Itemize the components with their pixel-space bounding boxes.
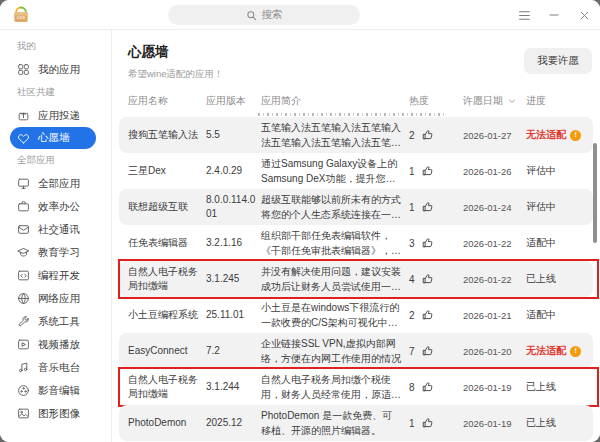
thumbs-up-icon[interactable] bbox=[422, 237, 434, 249]
app-name-cell: 任免表编辑器 bbox=[128, 236, 206, 251]
progress-status-text: 评估中 bbox=[526, 164, 556, 178]
wish-table-row[interactable]: 搜狗五笔输入法5.5五笔输入法五笔输入法五笔输入法五笔输入法五笔输入法五笔输入法… bbox=[119, 117, 593, 153]
heart-icon bbox=[17, 132, 30, 145]
menu-icon[interactable] bbox=[517, 8, 531, 22]
wish-table-row[interactable]: 自然人电子税务局扣缴端3.1.244自然人电子税务局扣缴个税使用，财务人员经常使… bbox=[119, 369, 593, 405]
graduation-cap-icon bbox=[17, 246, 30, 259]
wish-table-row[interactable]: 小土豆编程系统25.11.01小土豆是在windows下很流行的一款收费的C/S… bbox=[119, 297, 593, 333]
sidebar-item[interactable]: 我的应用 bbox=[10, 58, 96, 81]
heat-count: 1 bbox=[409, 202, 415, 213]
app-desc-cell: 组织部干部任免表编辑软件，《干部任免审批表编辑器》，UOS可以安… bbox=[261, 228, 409, 258]
sidebar-item[interactable]: 应用投递 bbox=[10, 104, 96, 127]
wish-table-row[interactable]: PhotoDemon2025.12PhotoDemon 是一款免费、可移植、开源… bbox=[119, 405, 593, 441]
wish-date-cell: 2026-01-22 bbox=[463, 274, 526, 285]
warning-badge-icon[interactable]: ! bbox=[570, 130, 581, 141]
app-desc-cell: 小土豆是在windows下很流行的一款收费的C/S架构可视化中文编程开… bbox=[261, 300, 409, 330]
app-desc-cell: 并没有解决使用问题，建议安装成功后让财务人员尝试使用一下，日志… bbox=[261, 264, 409, 294]
app-version-cell: 7.2 bbox=[206, 344, 261, 359]
page-title: 心愿墙 bbox=[128, 43, 224, 61]
sidebar-item-label: 心愿墙 bbox=[38, 131, 70, 145]
thumbs-up-icon[interactable] bbox=[422, 273, 434, 285]
progress-status-text: 已上线 bbox=[526, 380, 556, 394]
header-app-name: 应用名称 bbox=[128, 94, 206, 108]
sidebar-item[interactable]: 视频播放 bbox=[10, 333, 96, 356]
app-desc-cell: PhotoDemon 是一款免费、可移植、开源的照片编辑器。 bbox=[261, 408, 409, 438]
sidebar-item-label: 视频播放 bbox=[38, 338, 80, 352]
heat-cell: 2 bbox=[409, 309, 463, 321]
app-name-cell: PhotoDemon bbox=[128, 416, 206, 431]
wish-table-row[interactable]: 自然人电子税务局扣缴端3.1.245并没有解决使用问题，建议安装成功后让财务人员… bbox=[119, 261, 593, 297]
wish-table: 应用名称 应用版本 应用简介 热度 许愿日期 进度 搜狗五笔输入法5.5五笔输入… bbox=[119, 92, 593, 441]
sidebar-item[interactable]: 图形图像 bbox=[10, 402, 96, 425]
sidebar-item-label: 社交通讯 bbox=[38, 223, 80, 237]
progress-status-text: 已上线 bbox=[526, 416, 556, 430]
wish-date-cell: 2026-01-26 bbox=[463, 166, 526, 177]
app-desc-cell: 企业链接SSL VPN,虚拟内部网络，方便在内网工作使用的情况 bbox=[261, 336, 409, 366]
progress-status-text: 评估中 bbox=[526, 200, 556, 214]
close-icon[interactable] bbox=[577, 8, 591, 22]
thumbs-up-icon[interactable] bbox=[422, 201, 434, 213]
search-placeholder: 搜索 bbox=[262, 8, 283, 22]
app-version-cell: 3.2.1.16 bbox=[206, 236, 261, 251]
clipped-row-remnant bbox=[119, 110, 593, 117]
header-app-desc: 应用简介 bbox=[261, 94, 409, 108]
sidebar-item[interactable]: 教育学习 bbox=[10, 241, 96, 264]
progress-status-text: 适配中 bbox=[526, 308, 556, 322]
sidebar-item[interactable]: 影音编辑 bbox=[10, 379, 96, 402]
table-header-row: 应用名称 应用版本 应用简介 热度 许愿日期 进度 bbox=[119, 92, 593, 110]
thumbs-up-icon[interactable] bbox=[422, 165, 434, 177]
app-desc-cell: 自然人电子税务局扣缴个税使用，财务人员经常使用，原适配的版本已… bbox=[261, 372, 409, 402]
header-app-version: 应用版本 bbox=[206, 94, 261, 108]
app-window: UOS 搜索 我的我的应用社区共建应用投递心愿墙全部应用全部应用效率办公社交通讯… bbox=[0, 0, 600, 442]
header-wish-date[interactable]: 许愿日期 bbox=[463, 94, 526, 108]
mail-icon bbox=[17, 223, 30, 236]
sidebar-item[interactable]: 音乐电台 bbox=[10, 356, 96, 379]
music-icon bbox=[17, 361, 30, 374]
progress-status-text: 无法适配 bbox=[526, 128, 566, 142]
globe-icon bbox=[17, 292, 30, 305]
heat-cell: 7 bbox=[409, 345, 463, 357]
wish-table-row[interactable]: 三星Dex2.4.0.29通过Samsung Galaxy设备上的Samsung… bbox=[119, 153, 593, 189]
app-name-cell: 联想超级互联 bbox=[128, 200, 206, 215]
thumbs-up-icon[interactable] bbox=[422, 345, 434, 357]
progress-cell: 评估中 bbox=[526, 164, 589, 178]
sidebar-section-label: 我的 bbox=[0, 35, 111, 58]
app-version-cell: 2025.12 bbox=[206, 416, 261, 431]
wish-table-row[interactable]: 任免表编辑器3.2.1.16组织部干部任免表编辑软件，《干部任免审批表编辑器》，… bbox=[119, 225, 593, 261]
heat-count: 7 bbox=[409, 346, 415, 357]
app-version-cell: 8.0.0.114.001 bbox=[206, 193, 261, 222]
wish-date-cell: 2026-01-21 bbox=[463, 310, 526, 321]
vertical-scrollbar-thumb[interactable] bbox=[593, 143, 597, 243]
header-progress: 进度 bbox=[526, 94, 589, 108]
sidebar-section-label: 社区共建 bbox=[0, 81, 111, 104]
sidebar-item-label: 图形图像 bbox=[38, 407, 80, 421]
sidebar-item[interactable]: 网络应用 bbox=[10, 287, 96, 310]
make-wish-button[interactable]: 我要许愿 bbox=[524, 48, 592, 74]
monitor-icon bbox=[17, 177, 30, 190]
wish-table-row[interactable]: 联想超级互联8.0.0.114.001超级互联能够以前所未有的方式将您的个人生态… bbox=[119, 189, 593, 225]
app-version-cell: 25.11.01 bbox=[206, 308, 261, 323]
search-input[interactable]: 搜索 bbox=[168, 5, 360, 25]
film-reel-icon bbox=[17, 384, 30, 397]
sidebar-item[interactable]: 社交通讯 bbox=[10, 218, 96, 241]
heat-cell: 3 bbox=[409, 237, 463, 249]
app-desc-cell: 超级互联能够以前所未有的方式将您的个人生态系统连接在一起。专为… bbox=[261, 192, 409, 222]
sidebar-item[interactable]: 心愿墙 bbox=[10, 127, 96, 149]
wish-table-row[interactable]: EasyConnect7.2企业链接SSL VPN,虚拟内部网络，方便在内网工作… bbox=[119, 333, 593, 369]
upload-box-icon bbox=[17, 109, 30, 122]
sidebar-item[interactable]: 效率办公 bbox=[10, 195, 96, 218]
sidebar: 我的我的应用社区共建应用投递心愿墙全部应用全部应用效率办公社交通讯教育学习编程开… bbox=[0, 30, 112, 442]
thumbs-up-icon[interactable] bbox=[422, 129, 434, 141]
thumbs-up-icon[interactable] bbox=[422, 309, 434, 321]
app-version-cell: 3.1.244 bbox=[206, 380, 261, 395]
sidebar-item[interactable]: 系统工具 bbox=[10, 310, 96, 333]
minimize-icon[interactable] bbox=[547, 8, 561, 22]
thumbs-up-icon[interactable] bbox=[422, 417, 434, 429]
warning-badge-icon[interactable]: ! bbox=[570, 346, 581, 357]
heat-count: 1 bbox=[409, 418, 415, 429]
progress-status-text: 适配中 bbox=[526, 236, 556, 250]
sidebar-item[interactable]: 全部应用 bbox=[10, 172, 96, 195]
heat-cell: 4 bbox=[409, 273, 463, 285]
sidebar-item[interactable]: 编程开发 bbox=[10, 264, 96, 287]
thumbs-up-icon[interactable] bbox=[422, 381, 434, 393]
